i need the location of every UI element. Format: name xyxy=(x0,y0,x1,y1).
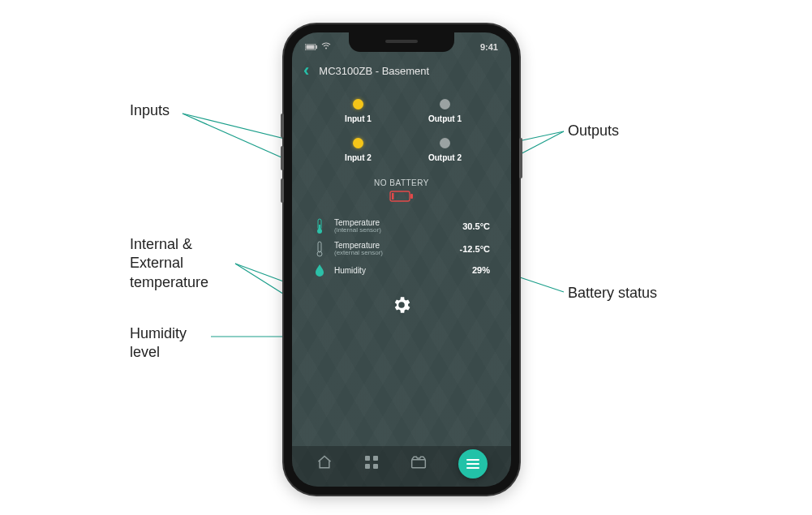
droplet-icon xyxy=(313,264,326,277)
svg-rect-20 xyxy=(365,456,370,461)
svg-rect-13 xyxy=(410,194,413,199)
annotation-battery: Battery status xyxy=(568,284,657,303)
svg-rect-14 xyxy=(392,193,394,200)
status-dot-icon xyxy=(440,138,450,148)
thermometer-icon xyxy=(313,218,326,234)
bottom-nav xyxy=(292,446,511,487)
io-label: Input 1 xyxy=(345,114,372,123)
status-dot-icon xyxy=(440,99,450,109)
annotation-temperature: Internal & External temperature xyxy=(130,235,208,292)
sensor-temp-internal: Temperature (internal sensor) 30.5°C xyxy=(313,218,490,234)
output-1[interactable]: Output 1 xyxy=(402,99,488,123)
nav-scenes[interactable] xyxy=(410,455,427,473)
nav-grid[interactable] xyxy=(364,455,379,473)
sensor-list: Temperature (internal sensor) 30.5°C Tem… xyxy=(292,205,511,277)
battery-label: NO BATTERY xyxy=(292,178,511,187)
nav-home[interactable] xyxy=(316,454,333,474)
annotation-outputs: Outputs xyxy=(568,122,619,140)
svg-point-11 xyxy=(325,48,327,49)
io-label: Input 2 xyxy=(345,153,372,162)
annotation-humidity: Humidity level xyxy=(130,324,187,363)
sensor-sub: (internal sensor) xyxy=(334,227,443,234)
phone-frame: 9:41 ‹ MC3100ZB - Basement Input 1 Outpu… xyxy=(284,24,519,495)
battery-indicator-icon xyxy=(305,42,318,52)
svg-rect-24 xyxy=(411,460,425,468)
input-1[interactable]: Input 1 xyxy=(315,99,402,123)
input-2[interactable]: Input 2 xyxy=(315,138,402,162)
wifi-icon xyxy=(321,42,331,52)
app-header: ‹ MC3100ZB - Basement xyxy=(292,57,511,88)
svg-rect-23 xyxy=(373,464,378,469)
sensor-humidity: Humidity 29% xyxy=(313,264,490,277)
sensor-value: 29% xyxy=(451,265,490,275)
nav-menu-fab[interactable] xyxy=(458,449,488,479)
svg-rect-22 xyxy=(365,464,370,469)
output-2[interactable]: Output 2 xyxy=(402,138,488,162)
battery-empty-icon xyxy=(389,191,414,205)
annotation-inputs: Inputs xyxy=(130,101,170,120)
phone-notch xyxy=(349,32,454,52)
phone-screen: 9:41 ‹ MC3100ZB - Basement Input 1 Outpu… xyxy=(292,32,511,487)
settings-button[interactable] xyxy=(391,304,412,318)
svg-rect-21 xyxy=(373,456,378,461)
sensor-sub: (external sensor) xyxy=(334,250,443,257)
sensor-value: -12.5°C xyxy=(451,244,490,254)
back-button[interactable]: ‹ xyxy=(303,62,309,79)
io-grid: Input 1 Output 1 Input 2 Output 2 xyxy=(292,88,511,165)
page-title: MC3100ZB - Basement xyxy=(319,65,429,77)
svg-rect-17 xyxy=(319,225,320,231)
status-time: 9:41 xyxy=(480,42,498,52)
sensor-name: Humidity xyxy=(334,266,443,275)
battery-status: NO BATTERY xyxy=(292,178,511,205)
menu-icon xyxy=(466,459,479,469)
io-label: Output 1 xyxy=(428,114,462,123)
status-dot-icon xyxy=(353,99,363,109)
thermometer-icon xyxy=(313,241,326,257)
sensor-temp-external: Temperature (external sensor) -12.5°C xyxy=(313,241,490,257)
io-label: Output 2 xyxy=(428,153,462,162)
sensor-value: 30.5°C xyxy=(451,221,490,231)
status-dot-icon xyxy=(353,138,363,148)
svg-rect-10 xyxy=(316,45,318,49)
svg-rect-9 xyxy=(307,45,315,49)
svg-rect-18 xyxy=(318,242,321,252)
